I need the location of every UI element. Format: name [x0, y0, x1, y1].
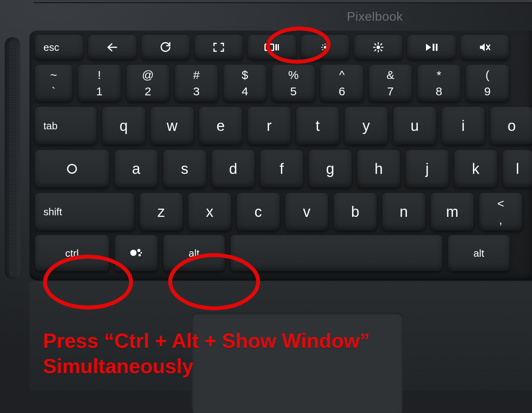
svg-rect-5	[433, 44, 435, 51]
svg-point-8	[130, 250, 137, 256]
key-c[interactable]: c	[237, 193, 280, 231]
key-b[interactable]: b	[334, 193, 377, 231]
key-2[interactable]: @2	[126, 65, 169, 102]
key-4[interactable]: $4	[223, 65, 266, 102]
key-u[interactable]: u	[393, 107, 436, 145]
key-refresh[interactable]	[141, 35, 190, 59]
key-d[interactable]: d	[212, 150, 255, 188]
caption-line-2: Simultaneously	[43, 354, 370, 379]
key-tab[interactable]: tab	[35, 107, 97, 145]
key-back[interactable]	[88, 35, 137, 59]
key-9[interactable]: (9	[466, 65, 509, 102]
svg-rect-6	[436, 44, 438, 51]
key-f[interactable]: f	[260, 150, 303, 188]
key-5[interactable]: %5	[272, 65, 315, 102]
svg-point-7	[68, 164, 76, 173]
key-h[interactable]: h	[357, 150, 400, 188]
key-r[interactable]: r	[248, 107, 291, 145]
arrow-left-icon	[88, 35, 137, 59]
play-pause-icon	[407, 35, 456, 59]
key-k[interactable]: k	[454, 150, 497, 188]
speaker-grill	[5, 37, 20, 279]
key-l[interactable]: l	[503, 150, 532, 188]
caption-line-1: Press “Ctrl + Alt + Show Window”	[43, 328, 370, 354]
key-alt-right[interactable]: alt	[448, 235, 510, 271]
brightness-high-icon	[354, 35, 403, 59]
key-brightness-up[interactable]	[354, 35, 403, 59]
key-space[interactable]	[230, 235, 442, 271]
key-backtick[interactable]: ~`	[35, 65, 72, 102]
key-e[interactable]: e	[199, 107, 242, 145]
svg-point-9	[137, 249, 140, 252]
circle-icon	[35, 150, 109, 188]
svg-point-4	[377, 46, 380, 49]
key-label: esc	[43, 41, 59, 54]
key-fullscreen[interactable]	[194, 35, 243, 59]
mute-icon	[460, 35, 509, 59]
fullscreen-icon	[194, 35, 243, 59]
keyboard-well: esc	[29, 30, 532, 281]
key-6[interactable]: ^6	[320, 65, 363, 102]
key-shift[interactable]: shift	[35, 193, 134, 231]
key-v[interactable]: v	[285, 193, 328, 231]
key-a[interactable]: a	[115, 150, 158, 188]
key-y[interactable]: y	[345, 107, 388, 145]
key-n[interactable]: n	[382, 193, 425, 231]
key-z[interactable]: z	[140, 193, 183, 231]
key-t[interactable]: t	[296, 107, 339, 145]
annotation-circle-alt	[168, 253, 260, 310]
key-1[interactable]: !1	[78, 65, 121, 102]
key-esc[interactable]: esc	[35, 35, 83, 59]
key-q[interactable]: q	[102, 107, 145, 145]
key-3[interactable]: #3	[175, 65, 218, 102]
key-search[interactable]	[35, 150, 109, 188]
key-j[interactable]: j	[406, 150, 449, 188]
bezel-slit	[33, 0, 532, 3]
svg-point-11	[140, 252, 142, 254]
key-g[interactable]: g	[309, 150, 352, 188]
key-s[interactable]: s	[163, 150, 206, 188]
key-play-pause[interactable]	[407, 35, 456, 59]
annotation-circle-ctrl	[43, 255, 133, 309]
key-mute[interactable]	[460, 35, 509, 59]
key-7[interactable]: &7	[369, 65, 412, 102]
svg-point-10	[138, 254, 141, 256]
key-m[interactable]: m	[431, 193, 474, 231]
key-o[interactable]: o	[490, 107, 532, 145]
annotation-caption: Press “Ctrl + Alt + Show Window” Simulta…	[43, 328, 370, 379]
key-i[interactable]: i	[442, 107, 485, 145]
refresh-icon	[141, 35, 190, 59]
key-8[interactable]: *8	[417, 65, 460, 102]
key-comma[interactable]: <,	[479, 193, 522, 231]
pixelbook-keyboard-photo: { "brand":"Pixelbook", "fn":{"esc":"esc"…	[0, 0, 532, 413]
brand-label: Pixelbook	[347, 9, 403, 24]
key-w[interactable]: w	[151, 107, 194, 145]
key-x[interactable]: x	[188, 193, 231, 231]
